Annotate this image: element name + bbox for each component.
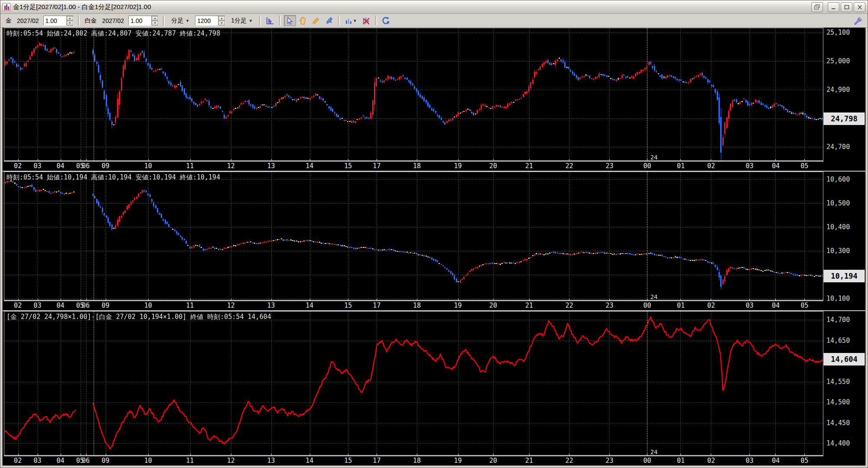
window-stack-icon <box>814 4 820 10</box>
x-axis-hour-label: 04 <box>56 302 64 309</box>
hand-tool-button[interactable] <box>297 15 309 26</box>
platinum-y-axis: 10,194 10,60010,50010,40010,30010,20010,… <box>823 172 865 301</box>
x-axis-hour-label: 18 <box>413 302 421 309</box>
bar-type-dropdown[interactable]: 分足 ▼ <box>169 16 192 26</box>
pen-tool-button[interactable] <box>323 15 335 26</box>
x-axis-hour-label: 01 <box>677 457 685 465</box>
x-axis-hour-label: 20 <box>489 162 497 170</box>
y-axis-label: 25,100 <box>826 29 850 36</box>
x-axis-hour-label: 04 <box>772 457 780 465</box>
date-marker: 24 <box>650 293 658 300</box>
chart-panel-gold: 時刻:05:54 始値:24,802 高値:24,807 安値:24,787 終… <box>3 28 865 171</box>
chart-pointer-icon <box>266 16 274 25</box>
gold-x-axis: 0203040506091011121314151718192021222300… <box>4 162 823 171</box>
chart-pointer-tool-button[interactable] <box>264 15 276 26</box>
chart-panel-platinum: 時刻:05:54 始値:10,194 高値:10,194 安値:10,194 終… <box>3 171 865 310</box>
pencil-tool-button[interactable] <box>310 15 322 26</box>
x-axis-hour-label: 21 <box>525 457 533 465</box>
platinum-contract-label: 2027/02 <box>102 17 124 24</box>
clear-chart-icon <box>362 16 371 25</box>
x-axis-hour-label: 04 <box>56 457 64 465</box>
x-axis-hour-label: 19 <box>454 302 462 309</box>
x-axis-hour-label: 02 <box>14 162 22 170</box>
x-axis-hour-label: 22 <box>566 457 573 465</box>
x-axis-hour-label: 04 <box>772 302 780 309</box>
spin-up-button[interactable]: ▲ <box>67 16 73 21</box>
x-axis-hour-label: 21 <box>525 162 533 170</box>
settings-wrench-button[interactable] <box>852 15 864 26</box>
hand-icon <box>299 16 307 25</box>
toolbar-separator <box>163 16 165 26</box>
chevron-down-icon: ▼ <box>353 19 357 23</box>
chart-style-dropdown-button[interactable]: ▼ <box>343 15 359 26</box>
platinum-multiplier-value: 1.00 <box>129 16 151 25</box>
x-axis-hour-label: 06 <box>82 162 90 170</box>
x-axis-hour-label: 09 <box>101 162 109 170</box>
close-button[interactable] <box>854 2 865 12</box>
x-axis-hour-label: 00 <box>643 457 651 465</box>
x-axis-hour-label: 15 <box>344 302 352 309</box>
x-axis-hour-label: 12 <box>227 457 235 465</box>
x-axis-hour-label: 12 <box>227 162 235 170</box>
toolbar: 金 2027/02 1.00 ▲▼ 白金 2027/02 1.00 ▲▼ 分足 … <box>0 14 868 28</box>
spread-plot-area[interactable]: [金 27/02 24,798×1.00]-[白金 27/02 10,194×1… <box>4 311 823 456</box>
y-axis-label: 14,550 <box>826 378 850 386</box>
x-axis-hour-label: 21 <box>525 302 533 309</box>
reload-button[interactable]: R <box>380 15 392 26</box>
maximize-icon <box>844 5 849 10</box>
spin-down-button[interactable]: ▼ <box>67 21 73 26</box>
gold-multiplier-spinner[interactable]: 1.00 ▲▼ <box>43 16 74 26</box>
spin-up-button[interactable]: ▲ <box>218 16 225 21</box>
y-axis-label: 14,650 <box>826 337 850 344</box>
y-axis-label: 14,400 <box>826 439 850 447</box>
timeframe-dropdown[interactable]: 1分足 ▼ <box>229 16 255 26</box>
platinum-multiplier-spinner[interactable]: 1.00 ▲▼ <box>128 16 159 26</box>
x-axis-hour-label: 00 <box>643 302 651 309</box>
x-axis-hour-label: 13 <box>267 162 275 170</box>
spread-chart-canvas[interactable] <box>4 312 823 456</box>
chart-panel-spread: [金 27/02 24,798×1.00]-[白金 27/02 10,194×1… <box>3 310 865 465</box>
x-axis-hour-label: 06 <box>82 457 90 465</box>
maximize-button[interactable] <box>841 2 852 12</box>
minimize-button[interactable] <box>828 2 839 12</box>
platinum-plot-area[interactable]: 時刻:05:54 始値:10,194 高値:10,194 安値:10,194 終… <box>4 172 823 301</box>
x-axis-hour-label: 23 <box>605 162 613 170</box>
platinum-chart-canvas[interactable] <box>4 172 823 301</box>
x-axis-hour-label: 11 <box>186 162 194 170</box>
chevron-down-icon: ▼ <box>249 19 253 23</box>
x-axis-hour-label: 17 <box>373 302 380 309</box>
x-axis-hour-label: 01 <box>677 302 685 309</box>
gold-plot-area[interactable]: 時刻:05:54 始値:24,802 高値:24,807 安値:24,787 終… <box>4 28 823 162</box>
y-axis-label: 14,500 <box>826 398 850 406</box>
float-window-button[interactable] <box>811 2 823 12</box>
date-marker: 24 <box>650 448 658 455</box>
spin-down-button[interactable]: ▼ <box>218 21 225 26</box>
chart-client-area: 時刻:05:54 始値:24,802 高値:24,807 安値:24,787 終… <box>2 27 866 466</box>
gold-contract-label: 2027/02 <box>17 17 39 24</box>
spin-up-button[interactable]: ▲ <box>152 16 158 21</box>
x-axis-hour-label: 06 <box>82 302 90 309</box>
bar-count-spinner[interactable]: 1200 ▲▼ <box>195 16 225 26</box>
clear-chart-button[interactable] <box>360 15 372 26</box>
gold-chart-canvas[interactable] <box>4 28 823 161</box>
x-axis-hour-label: 03 <box>746 457 754 465</box>
spin-down-button[interactable]: ▼ <box>152 21 158 26</box>
toolbar-separator <box>375 16 377 26</box>
x-axis-hour-label: 17 <box>373 457 380 465</box>
x-axis-hour-label: 09 <box>101 457 109 465</box>
spread-y-axis: 14,604 14,70014,65014,55014,50014,45014,… <box>823 311 865 456</box>
title-bar[interactable]: 金1分足[2027/02]1.00 - 白金1分足[2027/02]1.00 <box>0 0 868 14</box>
x-axis-hour-label: 03 <box>33 302 41 309</box>
x-axis-hour-label: 04 <box>56 162 64 170</box>
x-axis-hour-label: 15 <box>344 457 352 465</box>
x-axis-hour-label: 01 <box>677 162 685 170</box>
x-axis-hour-label: 10 <box>144 162 152 170</box>
spread-x-axis: 0203040506091011121314151718192021222300… <box>4 456 823 465</box>
spread-last-price-tag: 14,604 <box>824 353 865 365</box>
x-axis-hour-label: 12 <box>227 302 235 309</box>
x-axis-hour-label: 11 <box>186 302 194 309</box>
x-axis-hour-label: 02 <box>14 302 22 309</box>
x-axis-hour-label: 04 <box>772 162 780 170</box>
pointer-tool-button[interactable] <box>284 15 296 26</box>
y-axis-label: 10,500 <box>826 199 850 207</box>
